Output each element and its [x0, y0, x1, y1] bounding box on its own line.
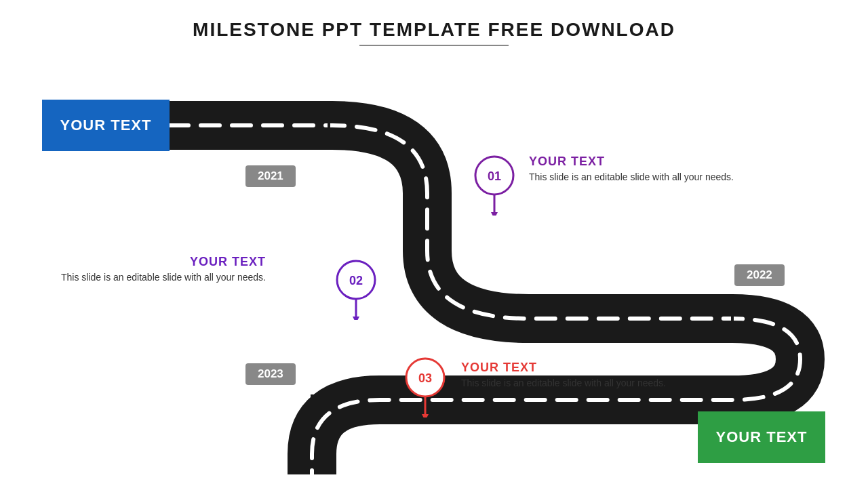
- svg-text:01: 01: [488, 169, 501, 183]
- milestone-1-subtext: This slide is an editable slide with all…: [529, 171, 734, 182]
- milestone-2-subtext: This slide is an editable slide with all…: [61, 272, 266, 283]
- svg-marker-11: [422, 414, 429, 418]
- milestone-1-headline: YOUR TEXT: [529, 155, 734, 169]
- milestone-3-text: YOUR TEXT This slide is an editable slid…: [461, 361, 666, 388]
- year-2023-label: 2023: [245, 363, 296, 385]
- pin-3-icon: 03: [404, 357, 446, 418]
- svg-marker-5: [491, 212, 498, 216]
- pin-2-icon: 02: [335, 259, 377, 320]
- text-box-green-label: YOUR TEXT: [716, 428, 808, 446]
- page-title: MILESTONE PPT TEMPLATE FREE DOWNLOAD: [0, 0, 868, 41]
- milestone-2-headline: YOUR TEXT: [61, 255, 266, 269]
- svg-text:03: 03: [418, 371, 432, 385]
- svg-marker-8: [353, 317, 359, 320]
- title-underline: [359, 45, 509, 46]
- milestone-2-text: YOUR TEXT This slide is an editable slid…: [61, 255, 266, 283]
- text-box-green: YOUR TEXT: [698, 411, 825, 463]
- milestone-1-text: YOUR TEXT This slide is an editable slid…: [529, 155, 734, 182]
- year-2021-label: 2021: [245, 165, 296, 187]
- year-2022-label: 2022: [734, 264, 785, 286]
- milestone-3-headline: YOUR TEXT: [461, 361, 666, 375]
- text-box-blue-label: YOUR TEXT: [60, 117, 152, 134]
- pin-1-icon: 01: [473, 155, 515, 216]
- text-box-blue: YOUR TEXT: [42, 100, 170, 151]
- svg-text:02: 02: [349, 274, 363, 287]
- milestone-3-subtext: This slide is an editable slide with all…: [461, 378, 666, 388]
